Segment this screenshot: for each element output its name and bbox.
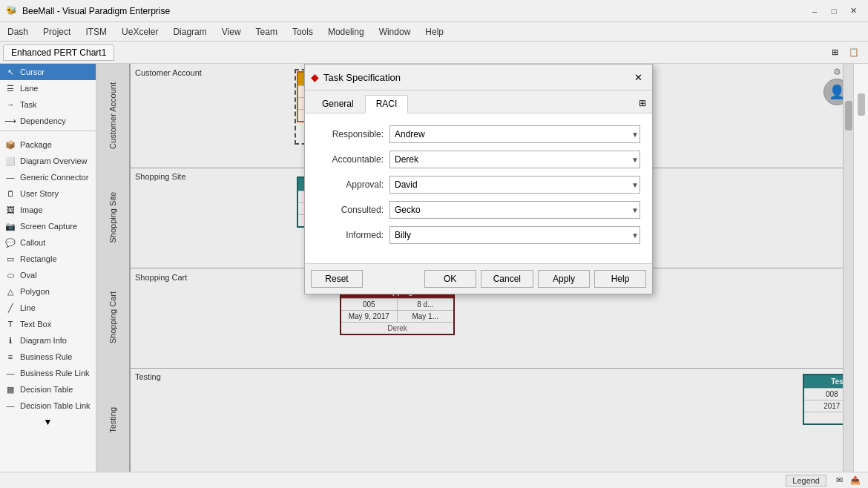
tool-decision-table-link[interactable]: — Decision Table Link	[0, 398, 96, 414]
menu-help[interactable]: Help	[418, 24, 451, 40]
dialog-title-bar: ◆ Task Specification ✕	[305, 65, 652, 90]
dialog-settings-icon[interactable]: ⊞	[639, 95, 646, 113]
tool-package[interactable]: 📦 Package	[0, 136, 96, 153]
consulted-label: Consulted:	[317, 205, 384, 215]
tool-rectangle[interactable]: ▭ Rectangle	[0, 251, 96, 267]
menu-diagram[interactable]: Diagram	[165, 24, 214, 40]
tool-line[interactable]: ╱ Line	[0, 300, 96, 316]
tool-task[interactable]: → Task	[0, 96, 96, 113]
app-icon: 🐝	[6, 5, 18, 17]
dialog-tabs: General RACI ⊞	[305, 90, 652, 113]
tool-diagram-info[interactable]: ℹ Diagram Info	[0, 332, 96, 349]
responsible-select[interactable]: Andrew	[389, 125, 640, 143]
dialog-title-icon: ◆	[311, 71, 319, 83]
tool-generic-connector-label: Generic Connector	[20, 173, 88, 182]
tool-callout-label: Callout	[20, 238, 45, 247]
task-icon: →	[4, 99, 16, 111]
callout-icon: 💬	[4, 237, 16, 248]
tool-diagram-overview-label: Diagram Overview	[20, 156, 87, 165]
tab-raci[interactable]: RACI	[365, 95, 409, 113]
tool-polygon[interactable]: △ Polygon	[0, 283, 96, 300]
toolbar-icon-2[interactable]: 📋	[846, 44, 862, 61]
menu-tools[interactable]: Tools	[285, 24, 320, 40]
accountable-select[interactable]: Derek	[389, 151, 640, 168]
tool-business-rule-link[interactable]: — Business Rule Link	[0, 365, 96, 381]
tool-image[interactable]: 🖼 Image	[0, 202, 96, 218]
tool-rectangle-label: Rectangle	[20, 254, 57, 263]
menu-project[interactable]: Project	[36, 24, 78, 40]
approval-label: Approval:	[317, 179, 384, 190]
canvas-area: Customer Account Customer Account Shoppi…	[96, 64, 853, 472]
tool-generic-connector[interactable]: — Generic Connector	[0, 169, 96, 185]
dialog-footer: Reset OK Cancel Apply Help	[305, 263, 652, 294]
menu-bar: Dash Project ITSM UeXceler Diagram View …	[0, 22, 868, 42]
toolbar: Enhanced PERT Chart1 ⊞ 📋	[0, 42, 868, 64]
tool-decision-table-link-label: Decision Table Link	[20, 401, 91, 410]
decision-table-icon: ▦	[4, 383, 16, 395]
tool-polygon-label: Polygon	[20, 287, 50, 296]
tool-diagram-info-label: Diagram Info	[20, 336, 67, 345]
tool-dependency[interactable]: ⟶ Dependency	[0, 113, 96, 129]
dialog-close-button[interactable]: ✕	[630, 69, 646, 85]
apply-button[interactable]: Apply	[538, 270, 590, 288]
tool-line-label: Line	[20, 303, 36, 312]
tool-business-rule[interactable]: ≡ Business Rule	[0, 349, 96, 365]
right-scrollbar-thumb[interactable]	[858, 93, 865, 116]
menu-team[interactable]: Team	[249, 24, 285, 40]
menu-dash[interactable]: Dash	[0, 24, 36, 40]
dialog-body: Responsible: Andrew ▼ Accountable:	[305, 113, 652, 263]
tool-oval[interactable]: ⬭ Oval	[0, 267, 96, 283]
task-specification-dialog: ◆ Task Specification ✕ General RACI ⊞ Re…	[304, 64, 653, 294]
informed-row: Informed: Billy ▼	[317, 226, 640, 244]
approval-row: Approval: David ▼	[317, 176, 640, 194]
bottom-icon-export[interactable]: 📤	[849, 474, 862, 487]
line-icon: ╱	[4, 302, 16, 314]
menu-modeling[interactable]: Modeling	[320, 24, 372, 40]
oval-icon: ⬭	[4, 269, 16, 281]
bottom-icon-mail[interactable]: ✉	[832, 474, 846, 487]
accountable-label: Accountable:	[317, 154, 384, 165]
tool-cursor[interactable]: ↖ Cursor	[0, 64, 96, 80]
tool-decision-table[interactable]: ▦ Decision Table	[0, 381, 96, 398]
minimize-button[interactable]: –	[806, 4, 823, 19]
decision-table-link-icon: —	[4, 400, 16, 412]
toolbar-right: ⊞ 📋	[826, 44, 862, 61]
tool-user-story[interactable]: 🗒 User Story	[0, 185, 96, 202]
breadcrumb-tab[interactable]: Enhanced PERT Chart1	[3, 44, 114, 61]
close-button[interactable]: ✕	[844, 4, 862, 19]
legend-button[interactable]: Legend	[786, 475, 826, 487]
cancel-button[interactable]: Cancel	[481, 270, 533, 288]
tab-general[interactable]: General	[311, 95, 365, 113]
ok-button[interactable]: OK	[424, 270, 476, 288]
tool-text-box-label: Text Box	[20, 320, 51, 329]
diagram-info-icon: ℹ	[4, 334, 16, 346]
approval-select[interactable]: David	[389, 176, 640, 194]
business-rule-icon: ≡	[4, 351, 16, 363]
accountable-select-wrapper: Derek ▼	[389, 151, 640, 168]
responsible-label: Responsible:	[317, 129, 384, 139]
menu-uexceler[interactable]: UeXceler	[114, 24, 165, 40]
tool-package-label: Package	[20, 140, 52, 149]
responsible-select-wrapper: Andrew ▼	[389, 125, 640, 143]
reset-button[interactable]: Reset	[311, 270, 363, 288]
maximize-button[interactable]: □	[825, 4, 843, 19]
menu-window[interactable]: Window	[372, 24, 418, 40]
consulted-select[interactable]: Gecko	[389, 201, 640, 219]
lane-icon: ☰	[4, 82, 16, 94]
tool-screen-capture-label: Screen Capture	[20, 222, 77, 231]
menu-view[interactable]: View	[214, 24, 249, 40]
tool-screen-capture[interactable]: 📷 Screen Capture	[0, 218, 96, 234]
tool-lane[interactable]: ☰ Lane	[0, 80, 96, 96]
informed-select[interactable]: Billy	[389, 226, 640, 244]
rectangle-icon: ▭	[4, 253, 16, 265]
toolbar-icon-1[interactable]: ⊞	[826, 44, 843, 61]
tool-callout[interactable]: 💬 Callout	[0, 234, 96, 251]
help-button[interactable]: Help	[594, 270, 646, 288]
tool-text-box[interactable]: T Text Box	[0, 316, 96, 332]
business-rule-link-icon: —	[4, 367, 16, 379]
panel-scroll-down[interactable]: ▼	[44, 417, 53, 427]
menu-itsm[interactable]: ITSM	[78, 24, 114, 40]
accountable-row: Accountable: Derek ▼	[317, 151, 640, 168]
tool-diagram-overview[interactable]: ⬜ Diagram Overview	[0, 153, 96, 169]
dialog-title-text: Task Specification	[323, 72, 625, 83]
